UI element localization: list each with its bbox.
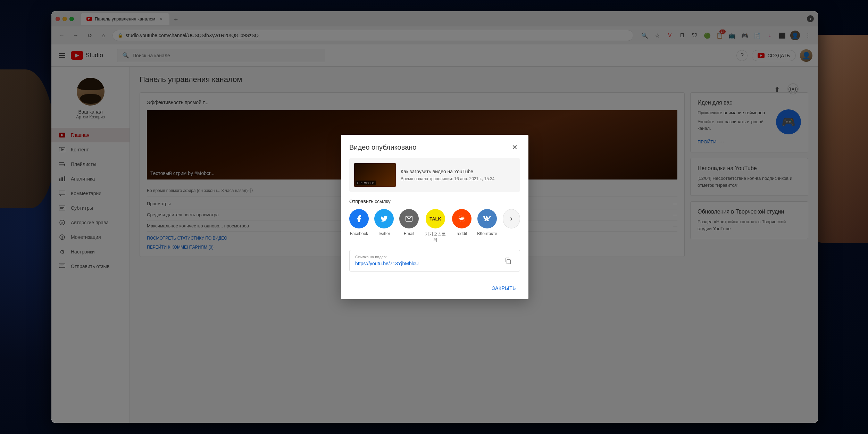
reddit-icon (452, 209, 471, 228)
share-facebook[interactable]: Facebook (349, 209, 369, 236)
link-label: Ссылка на видео: (355, 255, 419, 259)
share-twitter[interactable]: Twitter (374, 209, 394, 236)
vk-label: ВКонтакте (477, 231, 497, 236)
modal-overlay[interactable]: Видео опубликовано ✕ ПРЕМЬЕРА Как загруз… (51, 11, 818, 423)
svg-point-25 (461, 219, 461, 219)
video-preview: ПРЕМЬЕРА Как загрузить видео на YouTube … (349, 158, 520, 192)
modal-header: Видео опубликовано ✕ (341, 135, 528, 158)
svg-rect-29 (507, 260, 510, 264)
video-info: Как загрузить видео на YouTube Время нач… (401, 169, 495, 181)
share-kakao[interactable]: TALK 카카오스토리 (424, 209, 446, 243)
share-vk[interactable]: ВКонтакте (477, 209, 497, 236)
close-modal-button[interactable]: ЗАКРЫТЬ (488, 283, 520, 294)
link-content: Ссылка на видео: https://youtu.be/713Yjb… (355, 255, 419, 267)
space-rock-left (0, 69, 56, 208)
email-icon (399, 209, 419, 228)
premiere-badge: ПРЕМЬЕРА (356, 181, 376, 185)
twitter-label: Twitter (378, 231, 390, 236)
modal-footer: ЗАКРЫТЬ (341, 278, 528, 299)
svg-point-28 (462, 217, 464, 218)
share-reddit[interactable]: reddit (452, 209, 471, 236)
modal-body: ПРЕМЬЕРА Как загрузить видео на YouTube … (341, 158, 528, 278)
copy-link-button[interactable] (502, 254, 514, 267)
share-email[interactable]: Email (399, 209, 419, 236)
svg-point-26 (462, 219, 463, 219)
facebook-icon (349, 209, 369, 228)
modal-close-button[interactable]: ✕ (509, 142, 520, 153)
share-label: Отправить ссылку (349, 199, 520, 204)
kakao-label: 카카오스토리 (424, 231, 446, 243)
twitter-icon (374, 209, 394, 228)
link-section: Ссылка на видео: https://youtu.be/713Yjb… (349, 250, 520, 272)
video-thumbnail: ПРЕМЬЕРА (354, 163, 396, 187)
next-arrow-icon: › (510, 214, 512, 223)
kakao-icon: TALK (426, 209, 445, 228)
modal-title: Видео опубликовано (349, 143, 416, 151)
vk-icon (477, 209, 497, 228)
share-icons-row: Facebook Twitter Email (349, 209, 520, 243)
video-title: Как загрузить видео на YouTube (401, 169, 495, 174)
share-modal: Видео опубликовано ✕ ПРЕМЬЕРА Как загруз… (341, 135, 528, 299)
reddit-label: reddit (457, 231, 467, 236)
email-label: Email (404, 231, 414, 236)
facebook-label: Facebook (350, 231, 368, 236)
share-next-button[interactable]: › (503, 209, 520, 228)
browser-window: Панель управления каналом ✕ + ▾ ← → ↺ ⌂ … (51, 11, 818, 423)
video-link[interactable]: https://youtu.be/713YjbMblcU (355, 261, 419, 266)
video-meta: Время начала трансляции: 16 апр. 2021 г.… (401, 176, 495, 181)
